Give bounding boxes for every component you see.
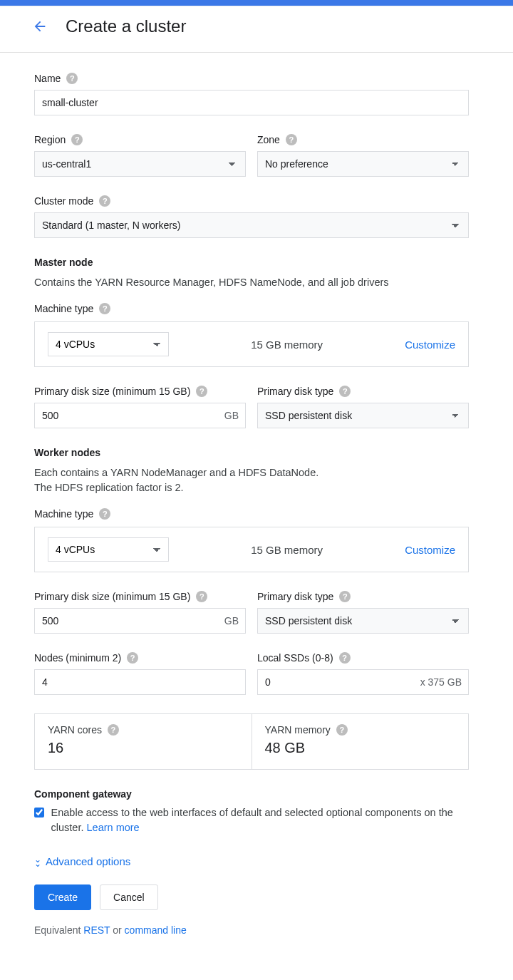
help-icon[interactable]: ?	[339, 591, 351, 602]
page-title: Create a cluster	[66, 16, 186, 36]
name-label: Name	[34, 73, 61, 84]
help-icon[interactable]: ?	[196, 386, 207, 397]
master-cpu-select[interactable]: 4 vCPUs	[48, 332, 169, 356]
cluster-mode-label: Cluster mode	[34, 195, 93, 207]
help-icon[interactable]: ?	[127, 652, 138, 664]
master-node-title: Master node	[34, 257, 469, 268]
create-button[interactable]: Create	[34, 884, 91, 910]
worker-machine-type-label: Machine type	[34, 508, 93, 520]
master-disk-type-label: Primary disk type	[257, 386, 333, 397]
command-line-link[interactable]: command line	[125, 924, 187, 936]
top-accent-bar	[0, 0, 513, 6]
local-ssds-input[interactable]	[257, 669, 469, 695]
back-arrow-icon[interactable]	[31, 18, 48, 35]
learn-more-link[interactable]: Learn more	[87, 822, 140, 833]
form-body: Name ? Region ? us-central1 Zone ?	[0, 53, 499, 956]
master-disk-size-label: Primary disk size (minimum 15 GB)	[34, 386, 190, 397]
master-customize-link[interactable]: Customize	[405, 339, 455, 351]
advanced-options-toggle[interactable]: ⌄⌄ Advanced options	[34, 855, 469, 867]
zone-select[interactable]: No preference	[257, 151, 469, 177]
master-machine-type-label: Machine type	[34, 303, 93, 314]
name-input[interactable]	[34, 90, 469, 115]
component-gateway-desc: Enable access to the web interfaces of d…	[51, 805, 469, 835]
region-zone-row: Region ? us-central1 Zone ? No preferenc…	[34, 134, 469, 177]
master-memory-text: 15 GB memory	[169, 339, 405, 351]
help-icon[interactable]: ?	[99, 303, 110, 314]
region-label: Region	[34, 134, 66, 145]
page-container: Create a cluster Name ? Region ? us-cent…	[0, 6, 513, 956]
local-ssds-label: Local SSDs (0-8)	[257, 652, 333, 664]
master-node-desc: Contains the YARN Resource Manager, HDFS…	[34, 275, 469, 290]
nodes-label: Nodes (minimum 2)	[34, 652, 121, 664]
worker-customize-link[interactable]: Customize	[405, 544, 455, 556]
component-gateway-checkbox[interactable]	[34, 807, 44, 818]
equivalent-row: Equivalent REST or command line	[34, 924, 469, 936]
name-label-row: Name ?	[34, 73, 469, 84]
worker-nodes-title: Worker nodes	[34, 447, 469, 458]
worker-disk-type-select[interactable]: SSD persistent disk	[257, 608, 469, 634]
yarn-cores-label: YARN cores	[48, 724, 102, 736]
yarn-summary-box: YARN cores ? 16 YARN memory ? 48 GB	[34, 713, 469, 770]
worker-machine-card: 4 vCPUs 15 GB memory Customize	[34, 527, 469, 572]
worker-disk-size-input[interactable]	[34, 608, 246, 634]
help-icon[interactable]: ?	[99, 195, 110, 207]
help-icon[interactable]: ?	[339, 386, 351, 397]
zone-label: Zone	[257, 134, 280, 145]
page-header: Create a cluster	[0, 6, 513, 53]
yarn-memory-label: YARN memory	[265, 724, 331, 736]
master-machine-card: 4 vCPUs 15 GB memory Customize	[34, 321, 469, 367]
worker-disk-size-label: Primary disk size (minimum 15 GB)	[34, 591, 190, 602]
worker-memory-text: 15 GB memory	[169, 544, 405, 556]
help-icon[interactable]: ?	[336, 724, 348, 736]
cancel-button[interactable]: Cancel	[100, 884, 158, 910]
master-disk-type-select[interactable]: SSD persistent disk	[257, 403, 469, 428]
help-icon[interactable]: ?	[66, 73, 78, 84]
help-icon[interactable]: ?	[99, 508, 110, 520]
component-gateway-title: Component gateway	[34, 788, 469, 800]
yarn-cores-value: 16	[48, 740, 239, 756]
worker-nodes-desc: Each contains a YARN NodeManager and a H…	[34, 465, 469, 495]
help-icon[interactable]: ?	[108, 724, 119, 736]
worker-cpu-select[interactable]: 4 vCPUs	[48, 537, 169, 562]
cluster-mode-select[interactable]: Standard (1 master, N workers)	[34, 212, 469, 238]
nodes-input[interactable]	[34, 669, 246, 695]
worker-disk-type-label: Primary disk type	[257, 591, 333, 602]
help-icon[interactable]: ?	[339, 652, 351, 664]
help-icon[interactable]: ?	[196, 591, 207, 602]
region-select[interactable]: us-central1	[34, 151, 246, 177]
chevron-down-icon: ⌄⌄	[34, 857, 40, 866]
master-disk-size-input[interactable]	[34, 403, 246, 428]
help-icon[interactable]: ?	[286, 134, 297, 145]
yarn-memory-value: 48 GB	[265, 740, 456, 756]
help-icon[interactable]: ?	[71, 134, 83, 145]
rest-link[interactable]: REST	[83, 924, 110, 936]
